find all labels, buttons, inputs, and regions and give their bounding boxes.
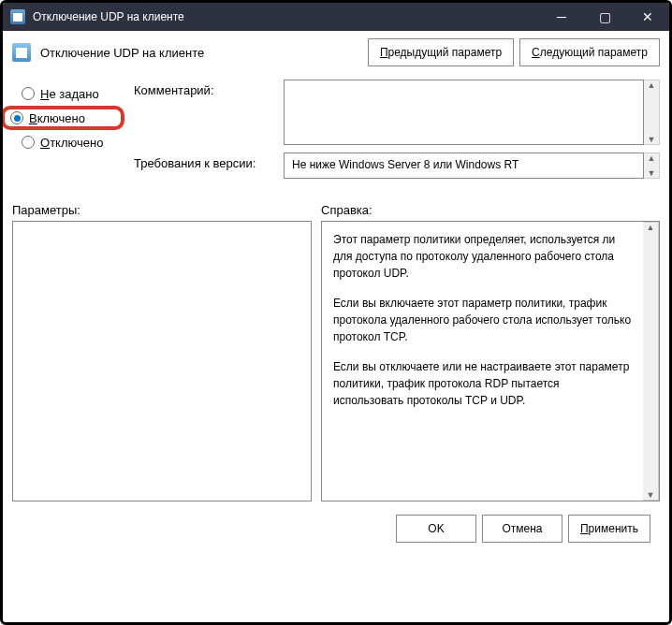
cancel-button[interactable]: Отмена [482, 515, 562, 543]
requirements-box: Не ниже Windows Server 8 или Windows RT [284, 153, 644, 179]
radio-not-configured[interactable]: Не задано [12, 81, 124, 106]
header-row: Отключение UDP на клиенте ППредыдущий па… [12, 38, 660, 66]
radio-enabled[interactable]: Включено [1, 106, 124, 130]
help-paragraph: Если вы включаете этот параметр политики… [333, 295, 632, 345]
params-pane [12, 221, 312, 501]
params-pane-label: Параметры: [12, 203, 312, 217]
policy-icon [12, 43, 31, 62]
apply-button[interactable]: Применить [568, 515, 650, 543]
comment-textarea[interactable] [284, 80, 644, 145]
ok-button[interactable]: OK [396, 515, 476, 543]
maximize-button[interactable]: ▢ [583, 3, 626, 31]
requirements-label: Требования к версии: [134, 153, 284, 179]
help-paragraph: Если вы отключаете или не настраиваете э… [333, 358, 632, 409]
state-radios: Не задано Включено Отключено [12, 80, 124, 186]
radio-icon [22, 136, 35, 149]
next-param-button[interactable]: Следующий параметр [519, 38, 660, 66]
window-title: Отключение UDP на клиенте [33, 10, 184, 23]
comment-label: Комментарий: [134, 80, 284, 145]
scrollbar[interactable]: ▲▼ [644, 80, 660, 145]
title-bar: Отключение UDP на клиенте ─ ▢ ✕ [3, 3, 669, 31]
scrollbar[interactable]: ▲▼ [644, 153, 660, 179]
minimize-button[interactable]: ─ [540, 3, 583, 31]
footer-buttons: OK Отмена Применить [12, 501, 660, 552]
app-icon [10, 9, 25, 24]
help-text: Этот параметр политики определяет, испол… [322, 222, 643, 501]
scrollbar[interactable]: ▲▼ [643, 222, 659, 501]
policy-title: Отключение UDP на клиенте [40, 46, 204, 60]
help-pane: Этот параметр политики определяет, испол… [321, 221, 660, 501]
help-pane-label: Справка: [321, 203, 373, 217]
radio-icon [10, 111, 23, 124]
radio-icon [22, 87, 35, 100]
close-button[interactable]: ✕ [626, 3, 669, 31]
help-paragraph: Этот параметр политики определяет, испол… [333, 231, 632, 282]
radio-disabled[interactable]: Отключено [12, 130, 124, 154]
prev-param-button[interactable]: ППредыдущий параметрредыдущий параметр [368, 38, 514, 66]
